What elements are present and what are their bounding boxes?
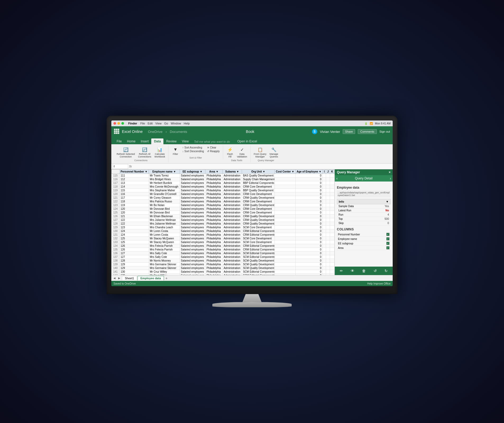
sort-descending-button[interactable]: ↓ Sort Descending	[181, 150, 205, 153]
cell-0[interactable]: 125	[120, 237, 149, 240]
cell-5[interactable]: CRM Core Development	[242, 211, 274, 215]
cell-6[interactable]	[275, 185, 295, 189]
cell-0[interactable]: 122	[120, 218, 149, 222]
cell-3[interactable]: Philadelphia	[205, 248, 222, 252]
cell-4[interactable]: Administration	[222, 248, 242, 252]
cell-5[interactable]: CRM Core Development	[242, 185, 274, 189]
cell-1[interactable]: Mr Granville O'Connell	[149, 192, 180, 196]
cell-2[interactable]: Salaried employees	[180, 222, 205, 226]
cell-3[interactable]: Philadelphia	[205, 263, 222, 266]
query-panel-forward[interactable]: ›	[390, 176, 391, 180]
cell-4[interactable]: Administration	[222, 229, 242, 233]
cell-0[interactable]: 125	[120, 240, 149, 244]
cell-1[interactable]: Mr Stacey McQueen	[149, 240, 180, 244]
cell-7[interactable]: 0	[295, 192, 323, 196]
cell-1[interactable]: Mrs Julianne Wellman	[149, 218, 180, 222]
cell-1[interactable]: Mrs Stephanie Maher	[149, 189, 180, 192]
cell-2[interactable]: Salaried employees	[180, 215, 205, 218]
column-row[interactable]: EE subgroup ✓	[337, 241, 391, 246]
mac-menu-view[interactable]: View	[155, 122, 162, 125]
table-row[interactable]: 125120Mr Donovan BirdSalaried employeesP…	[112, 211, 335, 215]
cell-3[interactable]: Philadelphia	[205, 240, 222, 244]
query-panel-back[interactable]: ‹	[336, 176, 338, 180]
cell-5[interactable]: SCM Editorial Components Development	[242, 252, 274, 255]
cell-3[interactable]: Philadelphia	[205, 200, 222, 203]
cell-1[interactable]: Mr Herbert Burdick	[149, 181, 180, 185]
cell-5[interactable]: BBP Editorial Components Development	[242, 181, 274, 185]
tab-view[interactable]: View	[179, 138, 191, 144]
th-age[interactable]: Age of Employee ▼	[295, 170, 323, 174]
close-dot[interactable]	[113, 122, 116, 125]
table-row[interactable]: 134126Mrs Felecia ParrishSalaried employ…	[112, 244, 335, 248]
cell-3[interactable]: Philadelphia	[205, 218, 222, 222]
th-employee[interactable]: Employee name ▼	[149, 170, 180, 174]
cell-0[interactable]: 120	[120, 207, 149, 211]
table-row[interactable]: 128122Mrs Julianne WellmanSalaried emplo…	[112, 222, 335, 226]
add-sheet-button[interactable]: +	[164, 276, 169, 280]
cell-2[interactable]: Salaried employees	[180, 181, 205, 185]
cell-6[interactable]	[275, 189, 295, 192]
tab-review[interactable]: Review	[163, 138, 179, 144]
cell-2[interactable]: Salaried employees	[180, 237, 205, 240]
table-row[interactable]: 138128Mr Norris MooneySalaried employees…	[112, 259, 335, 263]
cell-5[interactable]: BAS Quality Development	[242, 174, 274, 178]
cell-3[interactable]: Philadelphia	[205, 207, 222, 211]
cell-3[interactable]: Philadelphia	[205, 185, 222, 189]
cell-1[interactable]: Mr Bo Nolan	[149, 203, 180, 207]
cell-7[interactable]: 0	[295, 255, 323, 259]
cell-5[interactable]: CRM Quality Development	[242, 203, 274, 207]
cell-4[interactable]: Administration	[222, 196, 242, 200]
cell-2[interactable]: Salaried employees	[180, 178, 205, 181]
cell-4[interactable]: Administration	[222, 211, 242, 215]
cell-7[interactable]: 0	[295, 222, 323, 226]
calculate-workbook-button[interactable]: 📊 CalculateWorkbook	[153, 146, 166, 159]
query-redo-button[interactable]: ↻	[383, 268, 389, 273]
from-query-manager-button[interactable]: 📋 From QueryManager	[253, 146, 268, 159]
cell-0[interactable]: 119	[120, 203, 149, 207]
cell-3[interactable]: Philadelphia	[205, 237, 222, 240]
cell-4[interactable]: Administration	[222, 215, 242, 218]
cell-0[interactable]: 120	[120, 211, 149, 215]
cell-2[interactable]: Salaried employees	[180, 207, 205, 211]
cell-3[interactable]: Philadelphia	[205, 274, 222, 275]
table-row[interactable]: 141130Mr Cruz WilleySalaried employeesPh…	[112, 270, 335, 274]
cell-7[interactable]: 0	[295, 181, 323, 185]
cell-0[interactable]: 121	[120, 215, 149, 218]
cell-0[interactable]: 117	[120, 196, 149, 200]
data-table[interactable]: Personnel Number ▼ Employee name ▼ EE su…	[111, 169, 335, 275]
cell-2[interactable]: Salaried employees	[180, 174, 205, 178]
cell-0[interactable]: 122	[120, 222, 149, 226]
cell-1[interactable]: Mrs Chandra Leach	[149, 226, 180, 229]
th-ee-subgroup[interactable]: EE subgroup ▼	[180, 170, 205, 174]
cell-6[interactable]	[275, 181, 295, 185]
table-row[interactable]: 136127Mrs Sally CoteSalaried employeesPh…	[112, 252, 335, 255]
cell-5[interactable]: SCM Editorial Components Development	[242, 274, 274, 275]
column-row[interactable]: Area ✓	[337, 246, 391, 250]
table-row[interactable]: 135126Mrs Felecia ParrishSalaried employ…	[112, 248, 335, 252]
cell-5[interactable]: SCM Quality Development	[242, 259, 274, 263]
cell-6[interactable]	[275, 196, 295, 200]
info-header[interactable]: Info ▼	[337, 199, 391, 204]
cell-6[interactable]	[275, 233, 295, 237]
cell-5[interactable]: CRM Core Development	[242, 200, 274, 203]
sheet-tab-sheet1[interactable]: Sheet1	[122, 276, 137, 280]
cell-7[interactable]: 0	[295, 252, 323, 255]
table-row[interactable]: 119115Mrs Stephanie MaherSalaried employ…	[112, 189, 335, 192]
cell-6[interactable]	[275, 248, 295, 252]
cell-7[interactable]: 0	[295, 207, 323, 211]
cell-2[interactable]: Salaried employees	[180, 274, 205, 275]
th-org-unit[interactable]: Org Unit ▼	[242, 170, 274, 174]
cell-7[interactable]: 0	[295, 215, 323, 218]
cell-7[interactable]: 0	[295, 274, 323, 275]
cell-6[interactable]	[275, 178, 295, 181]
cell-6[interactable]	[275, 240, 295, 244]
cell-0[interactable]: 111	[120, 174, 149, 178]
table-row[interactable]: 126121Mr Efrain BlackmanSalaried employe…	[112, 215, 335, 218]
data-validation-button[interactable]: ✓ DataValidation	[236, 146, 248, 159]
tab-file[interactable]: File	[114, 138, 124, 144]
refresh-selected-button[interactable]: 🔄 Refresh SelectedConnection	[116, 146, 136, 159]
table-row[interactable]: 121117Mr Corey GleasonSalaried employees…	[112, 196, 335, 200]
cell-3[interactable]: Philadelphia	[205, 222, 222, 226]
cell-7[interactable]: 0	[295, 244, 323, 248]
name-box[interactable]	[112, 164, 128, 169]
